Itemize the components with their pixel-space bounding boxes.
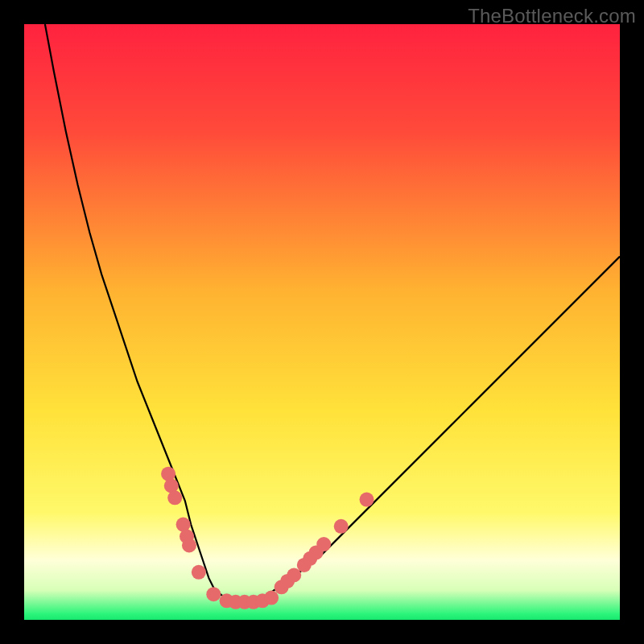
data-dot-left bbox=[167, 490, 182, 505]
chart-svg bbox=[24, 24, 620, 620]
gradient-bg bbox=[24, 24, 620, 620]
data-dot-left bbox=[192, 565, 206, 580]
data-dot-right bbox=[360, 493, 374, 507]
chart-frame: TheBottleneck.com bbox=[0, 0, 644, 644]
data-dot-left bbox=[182, 539, 196, 553]
watermark-text: TheBottleneck.com bbox=[468, 5, 636, 27]
data-dot-bottom bbox=[264, 591, 279, 605]
data-dot-left bbox=[206, 587, 221, 601]
data-dot-right bbox=[316, 537, 331, 551]
plot-area bbox=[24, 24, 620, 620]
data-dot-right bbox=[334, 519, 349, 534]
